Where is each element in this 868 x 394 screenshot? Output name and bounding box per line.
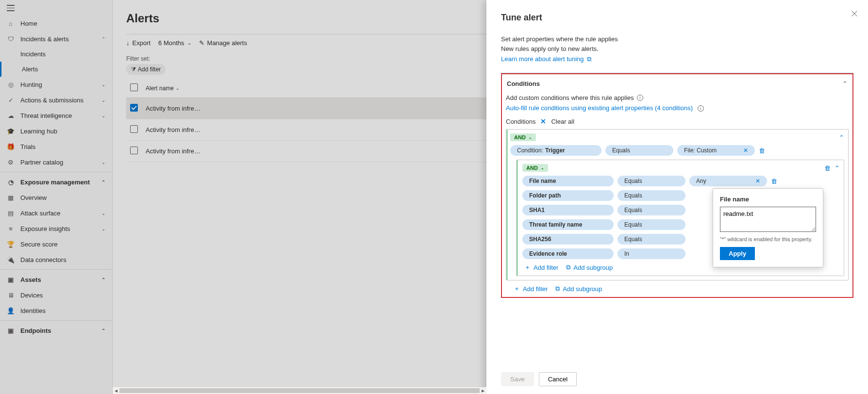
subgroup-icon: ⧉: [555, 285, 560, 293]
row-checkbox[interactable]: [130, 147, 138, 154]
chevron-icon: ⌄: [101, 160, 105, 165]
nav-icon: ◎: [7, 81, 15, 88]
select-all-checkbox[interactable]: [130, 83, 138, 91]
add-filter-button[interactable]: ＋ Add filter: [524, 263, 558, 272]
collapse-group-icon[interactable]: ⌃: [839, 134, 844, 141]
sidebar-item[interactable]: 🔌Data connectors: [0, 252, 112, 267]
sidebar-item[interactable]: ⌂Home: [0, 16, 112, 31]
sidebar-item[interactable]: ◎Hunting⌄: [0, 77, 112, 92]
info-icon[interactable]: i: [698, 105, 704, 112]
nav-icon: ☁: [7, 112, 15, 119]
sidebar-item[interactable]: ⚙Partner catalog⌄: [0, 154, 112, 170]
hamburger-button[interactable]: [0, 0, 112, 16]
add-subgroup-button[interactable]: ⧉ Add subgroup: [555, 284, 602, 293]
export-button[interactable]: ↓ Export: [126, 39, 150, 47]
close-button[interactable]: [848, 7, 861, 20]
condition-val-chip[interactable]: Any✕: [689, 176, 767, 186]
nav-label: Exposure management: [20, 179, 90, 186]
condition-field-chip[interactable]: Evidence role: [522, 248, 614, 259]
delete-row-icon[interactable]: 🗑: [771, 178, 777, 185]
nav-label: Devices: [20, 292, 43, 299]
condition-op-chip[interactable]: Equals: [618, 176, 685, 186]
condition-op-chip[interactable]: In: [618, 248, 685, 259]
condition-field-chip[interactable]: Threat family name: [522, 219, 614, 230]
nav-icon: ▣: [7, 327, 15, 334]
condition-op-chip[interactable]: Equals: [618, 190, 685, 201]
nav-icon: 🎁: [7, 143, 15, 150]
external-link-icon: ⧉: [587, 54, 591, 64]
and-operator[interactable]: AND ⌄: [522, 164, 548, 172]
save-button[interactable]: Save: [501, 372, 534, 386]
nav-label: Partner catalog: [20, 159, 63, 166]
remove-value-icon[interactable]: ✕: [743, 147, 748, 154]
nav-icon: 🔌: [7, 256, 15, 263]
sidebar-item[interactable]: ▤Attack surface⌄: [0, 205, 112, 221]
sidebar-item[interactable]: ▣Assets⌃: [0, 272, 112, 287]
row-checkbox[interactable]: [130, 104, 138, 112]
condition-row: File nameEqualsAny✕🗑: [522, 176, 840, 186]
chevron-icon: ⌄: [101, 113, 105, 118]
chevron-down-icon: ⌄: [176, 86, 180, 91]
horizontal-scrollbar[interactable]: ◀▶: [113, 387, 486, 394]
plus-icon: ＋: [524, 263, 531, 272]
info-icon[interactable]: i: [637, 95, 643, 101]
learn-more-link[interactable]: Learn more about alert tuning ⧉: [501, 54, 591, 64]
nav-icon: ⚙: [7, 158, 15, 166]
panel-desc-2: New rules apply only to new alerts.: [501, 44, 853, 54]
nav-icon: ▣: [7, 276, 15, 283]
sidebar-item[interactable]: 👤Identities: [0, 303, 112, 318]
collapse-icon[interactable]: ⌃: [842, 80, 848, 87]
condition-op-chip[interactable]: Equals: [618, 205, 685, 215]
sidebar-item[interactable]: Incidents: [0, 47, 112, 62]
delete-row-icon[interactable]: 🗑: [759, 147, 765, 154]
row-checkbox[interactable]: [130, 125, 138, 133]
add-subgroup-button[interactable]: ⧉ Add subgroup: [566, 263, 613, 272]
col-alert-name[interactable]: Alert name: [146, 85, 174, 92]
sidebar-item[interactable]: 🎁Trials: [0, 139, 112, 154]
nav-label: Hunting: [20, 81, 42, 88]
chevron-icon: ⌄: [101, 98, 105, 103]
sidebar-item[interactable]: 🎓Learning hub: [0, 123, 112, 139]
condition-field-chip[interactable]: SHA1: [522, 205, 614, 215]
remove-value-icon[interactable]: ✕: [755, 178, 760, 184]
sidebar-item[interactable]: 🏆Secure score: [0, 236, 112, 252]
apply-button[interactable]: Apply: [720, 247, 755, 260]
nav-label: Alerts: [22, 66, 38, 73]
and-operator[interactable]: AND ⌄: [510, 133, 536, 141]
chevron-icon: ⌃: [101, 328, 105, 333]
nav-label: Endpoints: [20, 327, 51, 334]
filename-input[interactable]: [720, 207, 816, 232]
condition-op-chip[interactable]: Equals: [605, 145, 673, 156]
sidebar-item[interactable]: ✓Actions & submissions⌄: [0, 92, 112, 108]
sidebar-item[interactable]: ▣Endpoints⌃: [0, 323, 112, 338]
manage-alerts-button[interactable]: ✎ Manage alerts: [199, 39, 247, 47]
nav-label: Threat intelligence: [20, 112, 72, 119]
delete-group-icon[interactable]: 🗑: [824, 164, 831, 172]
autofill-link[interactable]: Auto-fill rule conditions using existing…: [506, 104, 693, 112]
sidebar-item[interactable]: ▦Overview: [0, 190, 112, 205]
condition-field-chip[interactable]: Condition: Trigger: [510, 145, 601, 156]
condition-op-chip[interactable]: Equals: [618, 219, 685, 230]
cancel-button[interactable]: Cancel: [539, 372, 577, 386]
range-dropdown[interactable]: 6 Months ⌄: [158, 39, 191, 47]
sidebar-item[interactable]: ≡Exposure insights⌄: [0, 221, 112, 236]
condition-field-chip[interactable]: Folder path: [522, 190, 614, 201]
condition-field-chip[interactable]: File name: [522, 176, 614, 186]
add-filter-button[interactable]: ＋ Add filter: [514, 284, 548, 293]
sidebar-item[interactable]: ◔Exposure management⌃: [0, 174, 112, 190]
condition-field-chip[interactable]: SHA256: [522, 234, 614, 245]
nav-label: Assets: [20, 276, 41, 283]
nav-label: Exposure insights: [20, 225, 70, 232]
nav-icon: ✓: [7, 96, 15, 104]
add-filter-pill[interactable]: ⧩ Add filter: [126, 64, 166, 75]
sidebar-item[interactable]: ☁Threat intelligence⌄: [0, 108, 112, 123]
clear-all-button[interactable]: ✕: [540, 117, 546, 125]
collapse-group-icon[interactable]: ⌃: [835, 164, 840, 172]
condition-op-chip[interactable]: Equals: [618, 234, 685, 245]
condition-val-chip[interactable]: File: Custom ✕: [677, 145, 755, 156]
sidebar-item[interactable]: 🛡Incidents & alerts⌃: [0, 31, 112, 47]
chevron-icon: ⌃: [101, 277, 105, 282]
sidebar-item[interactable]: 🖥Devices: [0, 287, 112, 303]
nav-label: Actions & submissions: [20, 97, 83, 104]
sidebar-item[interactable]: Alerts: [0, 62, 112, 77]
